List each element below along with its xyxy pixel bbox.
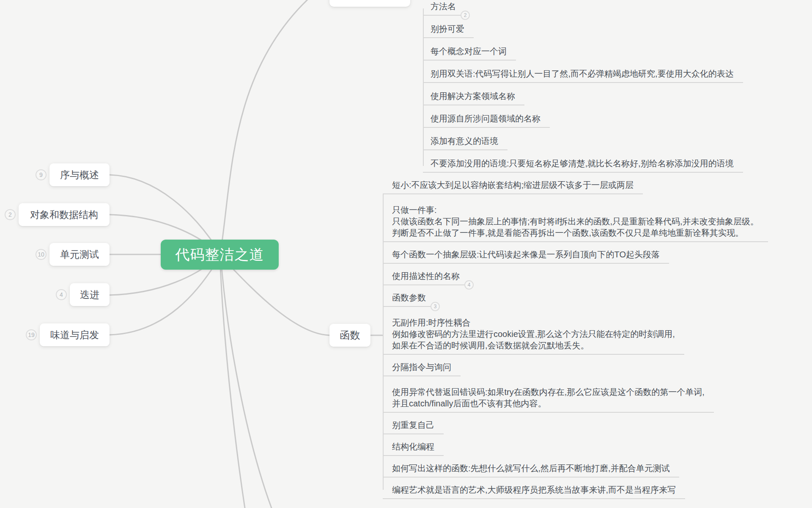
branch-node[interactable]: 味道与启发19 bbox=[40, 323, 110, 346]
topic-item[interactable]: 结构化编程 bbox=[383, 441, 444, 456]
topic-item[interactable]: 使用解决方案领域名称 bbox=[423, 91, 524, 105]
topic-item[interactable]: 每个概念对应一个词 bbox=[423, 46, 516, 61]
topic-item[interactable]: 编程艺术就是语言的艺术,大师级程序员把系统当故事来讲,而不是当程序来写 bbox=[383, 484, 685, 499]
collapsed-count-badge[interactable]: 3 bbox=[431, 302, 440, 311]
collapsed-count-badge[interactable]: 4 bbox=[56, 289, 67, 300]
topic-item[interactable]: 别重复自己 bbox=[383, 420, 444, 434]
clipped-branch-node[interactable] bbox=[329, 0, 410, 7]
branch-node[interactable]: 单元测试10 bbox=[49, 243, 110, 266]
collapsed-count-badge[interactable]: 2 bbox=[5, 209, 16, 220]
topic-item[interactable]: 无副作用:时序性耦合 例如修改密码的方法里进行cookie设置,那么这个方法只能… bbox=[383, 317, 684, 355]
topic-item[interactable]: 短小:不应该大到足以容纳嵌套结构;缩进层级不该多于一层或两层 bbox=[383, 179, 643, 194]
branch-curve bbox=[220, 0, 321, 253]
collapsed-count-badge[interactable]: 2 bbox=[461, 11, 470, 20]
topic-item[interactable]: 分隔指令与询问 bbox=[383, 362, 461, 376]
branch-curve bbox=[220, 257, 245, 508]
branch-curve bbox=[221, 257, 272, 508]
collapsed-count-badge[interactable]: 19 bbox=[26, 329, 37, 340]
topic-item[interactable]: 别用双关语:代码写得让别人一目了然,而不必弹精竭虑地研究,要使用大众化的表达 bbox=[423, 68, 743, 83]
collapsed-count-badge[interactable]: 9 bbox=[36, 169, 47, 180]
branch-node-functions[interactable]: 函数 bbox=[329, 324, 370, 347]
topic-item[interactable]: 只做一件事: 只做该函数名下同一抽象层上的事情;有时将if拆出来的函数,只是重新… bbox=[383, 204, 768, 242]
function-topic-list: 短小:不应该大到足以容纳嵌套结构;缩进层级不该多于一层或两层只做一件事: 只做该… bbox=[383, 173, 768, 499]
topic-item[interactable]: 使用源自所涉问题领域的名称 bbox=[423, 113, 550, 128]
topic-item[interactable]: 每个函数一个抽象层级:让代码读起来像是一系列自顶向下的TO起头段落 bbox=[383, 249, 669, 264]
topic-item[interactable]: 方法名2 bbox=[423, 1, 465, 16]
branch-node[interactable]: 迭进4 bbox=[70, 283, 110, 306]
branch-node[interactable]: 对象和数据结构2 bbox=[19, 203, 110, 226]
topic-item[interactable]: 不要添加没用的语境:只要短名称足够清楚,就比长名称好,别给名称添加没用的语境 bbox=[423, 158, 743, 173]
topic-item[interactable]: 添加有意义的语境 bbox=[423, 135, 508, 150]
topic-item[interactable]: 使用异常代替返回错误码:如果try在函数内存在,那么它应该是这个函数的第一个单词… bbox=[383, 387, 714, 413]
collapsed-count-badge[interactable]: 10 bbox=[36, 249, 47, 260]
naming-topic-list: 方法名2别扮可爱每个概念对应一个词别用双关语:代码写得让别人一目了然,而不必弹精… bbox=[423, 0, 743, 173]
topic-item[interactable]: 函数参数3 bbox=[383, 292, 435, 307]
topic-item[interactable]: 使用描述性的名称4 bbox=[383, 271, 469, 285]
mindmap-canvas: 代码整洁之道 函数 序与概述9对象和数据结构2单元测试10迭进4味道与启发19 … bbox=[0, 0, 812, 508]
topic-item[interactable]: 别扮可爱 bbox=[423, 23, 474, 38]
branch-node[interactable]: 序与概述9 bbox=[49, 163, 110, 186]
collapsed-count-badge[interactable]: 4 bbox=[464, 280, 474, 290]
topic-item[interactable]: 如何写出这样的函数:先想什么就写什么,然后再不断地打磨,并配合单元测试 bbox=[383, 463, 679, 478]
central-topic[interactable]: 代码整洁之道 bbox=[161, 240, 279, 270]
